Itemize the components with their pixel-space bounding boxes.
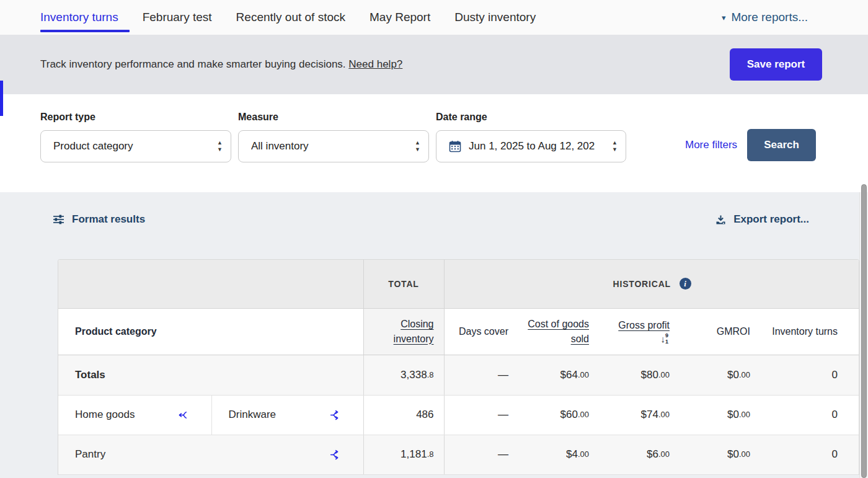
chevron-down-icon: ▾: [722, 14, 726, 22]
cell-gmroi: $0.00: [680, 395, 760, 435]
cell-days-cover: —: [444, 435, 518, 474]
column-header-closing-inventory[interactable]: Closing inventory: [363, 308, 444, 355]
more-reports-label: More reports...: [731, 11, 808, 24]
table-row-totals: Totals 3,338.8 — $64.00 $80.00 $0.00 0: [58, 355, 859, 395]
cell-days-cover: —: [444, 395, 518, 435]
banner-message-text: Track inventory performance and make sma…: [40, 58, 346, 70]
date-range-value: Jun 1, 2025 to Aug 12, 202: [469, 140, 604, 153]
column-header-days-cover: Days cover: [444, 308, 518, 355]
historical-label: HISTORICAL: [613, 279, 671, 289]
scrollbar-thumb[interactable]: [861, 184, 867, 478]
cell-gross-profit: $6.00: [599, 435, 680, 474]
report-tab-bar: Inventory turns February test Recently o…: [0, 0, 868, 35]
cell-inventory-turns: 0: [760, 355, 859, 395]
cell-cogs: $4.00: [518, 435, 599, 474]
tab-label: May Report: [370, 11, 430, 24]
column-header-gross-profit[interactable]: Gross profit ↓ 9 1: [599, 308, 680, 355]
date-range-select[interactable]: Jun 1, 2025 to Aug 12, 202 ▲ ▼: [436, 130, 626, 162]
search-button[interactable]: Search: [747, 129, 816, 161]
cell-gross-profit: $80.00: [599, 355, 680, 395]
sortable-header-label[interactable]: Cost of goods sold: [528, 319, 589, 343]
stepper-icon[interactable]: ▲ ▼: [217, 141, 223, 152]
column-header-inventory-turns: Inventory turns: [760, 308, 859, 355]
measure-select[interactable]: All inventory ▲ ▼: [238, 130, 429, 162]
group-header-total: TOTAL: [363, 260, 444, 308]
column-header-gmroi: GMROI: [680, 308, 760, 355]
category-cell-pantry: Pantry: [58, 435, 363, 474]
cell-closing-inventory: 486: [363, 395, 444, 435]
table-column-header-row: Product category Closing inventory Days …: [58, 308, 859, 355]
download-icon: [715, 215, 726, 225]
sort-arrow: ↓: [660, 334, 665, 343]
tab-inventory-turns[interactable]: Inventory turns: [40, 0, 118, 35]
tab-dusty-inventory[interactable]: Dusty inventory: [454, 0, 536, 35]
expand-split-icon[interactable]: [329, 410, 340, 420]
results-toolbar: Format results Export report...: [0, 192, 868, 226]
stepper-down-icon: ▼: [612, 148, 618, 152]
stepper-up-icon: ▲: [415, 141, 420, 145]
export-report-label: Export report...: [733, 213, 809, 226]
sort-descending-icon[interactable]: ↓ 9 1: [660, 333, 668, 345]
cell-inventory-turns: 0: [760, 395, 859, 435]
sortable-header-label[interactable]: Closing inventory: [394, 319, 434, 343]
need-help-link[interactable]: Need help?: [348, 58, 402, 70]
stepper-down-icon: ▼: [217, 148, 223, 152]
measure-group: Measure All inventory ▲ ▼: [238, 112, 429, 162]
category-cell-home-goods: Home goods: [58, 395, 211, 435]
totals-label-cell: Totals: [58, 355, 363, 395]
sort-digit-low: 1: [665, 339, 668, 345]
more-filters-link[interactable]: More filters: [685, 139, 737, 151]
results-section: Format results Export report...: [0, 192, 868, 478]
stepper-down-icon: ▼: [415, 148, 420, 152]
tab-february-test[interactable]: February test: [143, 0, 212, 35]
report-type-group: Report type Product category ▲ ▼: [40, 112, 231, 162]
tab-may-report[interactable]: May Report: [370, 0, 430, 35]
cell-cogs: $60.00: [518, 395, 599, 435]
tab-label: February test: [143, 11, 212, 24]
stepper-up-icon: ▲: [217, 141, 223, 145]
column-header-cost-of-goods-sold[interactable]: Cost of goods sold: [518, 308, 599, 355]
report-type-value: Product category: [53, 140, 210, 153]
cell-gross-profit: $74.00: [599, 395, 680, 435]
table-group-header-row: TOTAL HISTORICAL i: [58, 260, 859, 308]
cell-gmroi: $0.00: [680, 435, 760, 474]
category-label: Pantry: [75, 448, 105, 461]
cell-closing-inventory: 1,181.8: [363, 435, 444, 474]
cell-cogs: $64.00: [518, 355, 599, 395]
format-results-button[interactable]: Format results: [53, 213, 145, 226]
tab-recently-out-of-stock[interactable]: Recently out of stock: [236, 0, 345, 35]
date-range-group: Date range Jun 1, 2025 to Aug 12, 202 ▲ …: [436, 112, 626, 162]
category-label: Home goods: [75, 409, 135, 421]
report-type-label: Report type: [40, 112, 231, 123]
report-type-select[interactable]: Product category ▲ ▼: [40, 130, 231, 162]
banner-message: Track inventory performance and make sma…: [40, 58, 402, 71]
totals-label: Totals: [75, 369, 105, 381]
calendar-icon: [449, 140, 461, 153]
cell-inventory-turns: 0: [760, 435, 859, 474]
stepper-icon[interactable]: ▲ ▼: [415, 141, 420, 152]
export-report-button[interactable]: Export report...: [715, 213, 809, 226]
more-reports-dropdown[interactable]: ▾ More reports...: [722, 0, 808, 35]
cell-gmroi: $0.00: [680, 355, 760, 395]
cell-days-cover: —: [444, 355, 518, 395]
filters-section: Report type Product category ▲ ▼ Measure…: [0, 94, 868, 192]
save-report-button[interactable]: Save report: [730, 48, 822, 81]
subcategory-label: Drinkware: [229, 409, 277, 421]
date-range-label: Date range: [436, 112, 626, 123]
measure-value: All inventory: [251, 140, 407, 153]
sliders-icon: [53, 214, 64, 225]
group-header-empty: [58, 260, 363, 308]
stepper-icon[interactable]: ▲ ▼: [612, 141, 618, 152]
measure-label: Measure: [238, 112, 429, 123]
collapse-merge-icon[interactable]: [177, 410, 188, 420]
group-header-historical: HISTORICAL i: [444, 260, 859, 308]
expand-split-icon[interactable]: [329, 449, 340, 460]
table-row-pantry: Pantry 1,181.8 — $4.00 $: [58, 435, 859, 474]
table-row-home-goods: Home goods Drinkware: [58, 395, 859, 435]
info-icon[interactable]: i: [680, 278, 691, 290]
inventory-report-table: TOTAL HISTORICAL i Product category Clos…: [58, 259, 859, 475]
sortable-header-label[interactable]: Gross profit: [618, 320, 670, 330]
stepper-up-icon: ▲: [612, 141, 618, 145]
column-header-product-category: Product category: [58, 308, 363, 355]
left-accent-bar: [0, 81, 3, 116]
